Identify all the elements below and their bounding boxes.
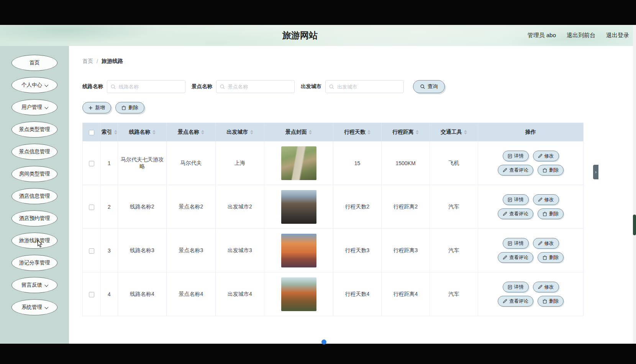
sidebar-item-system-management[interactable]: 系统管理: [11, 299, 57, 315]
delete-row-button-label: 删除: [549, 254, 559, 261]
detail-button[interactable]: 详情: [503, 282, 529, 292]
sidebar-item-spot-info-management[interactable]: 景点信息管理: [11, 144, 57, 160]
col-header-spot-name[interactable]: 景点名称: [167, 123, 216, 141]
sidebar-item-travel-notes-management[interactable]: 游记分享管理: [11, 255, 57, 271]
logout-link[interactable]: 退出登录: [606, 32, 629, 39]
detail-button[interactable]: 详情: [503, 238, 529, 249]
search-button[interactable]: 查询: [413, 80, 445, 93]
row-checkbox[interactable]: [89, 292, 94, 297]
delete-row-button[interactable]: 删除: [538, 208, 564, 219]
edit-button[interactable]: 修改: [533, 282, 559, 292]
pencil-icon: [538, 154, 543, 158]
cell-index: 4: [101, 272, 118, 316]
sidebar-item-hotel-booking-management[interactable]: 酒店预约管理: [11, 210, 57, 226]
trash-icon: [543, 255, 547, 260]
breadcrumb-home[interactable]: 首页: [82, 58, 93, 65]
delete-row-button[interactable]: 删除: [538, 296, 564, 307]
exit-to-front-link[interactable]: 退出到前台: [567, 32, 595, 39]
scrollbar-track[interactable]: [633, 25, 636, 344]
pencil-icon: [503, 212, 507, 216]
detail-button-label: 详情: [514, 153, 524, 159]
cell-distance: 行程距离2: [382, 185, 430, 229]
delete-row-button[interactable]: 删除: [538, 252, 564, 263]
sort-icons[interactable]: [464, 130, 467, 134]
scrollbar-thumb[interactable]: [633, 215, 636, 235]
sidebar-item-home[interactable]: 首页: [11, 55, 57, 71]
breadcrumb: 首页 / 旅游线路: [82, 58, 123, 65]
col-header-departure-city[interactable]: 出发城市: [216, 123, 264, 141]
sidebar-item-label: 系统管理: [21, 304, 42, 311]
sidebar-item-personal-center[interactable]: 个人中心: [11, 77, 57, 93]
edit-button[interactable]: 修改: [533, 194, 559, 205]
col-header-label: 行程天数: [344, 129, 366, 135]
add-button[interactable]: 新增: [82, 102, 111, 113]
delete-button[interactable]: 删除: [115, 102, 144, 113]
view-comments-button-label: 查看评论: [509, 254, 528, 261]
trash-icon: [543, 299, 547, 304]
add-button-label: 新增: [95, 104, 105, 111]
view-comments-button[interactable]: 查看评论: [498, 165, 533, 175]
sidebar-item-travel-route-management[interactable]: 旅游线路管理: [11, 233, 57, 249]
route-name-input[interactable]: [107, 80, 185, 93]
route-cover-image[interactable]: [281, 190, 316, 224]
cell-route-name: 线路名称2: [118, 185, 167, 229]
edit-button[interactable]: 修改: [533, 238, 559, 249]
main-content: 首页 / 旅游线路 线路名称 景点名称 出发城市 查询 新增: [69, 46, 636, 344]
sidebar-item-feedback[interactable]: 留言反馈: [11, 277, 57, 293]
sidebar-item-label: 旅游线路管理: [19, 237, 50, 244]
route-cover-image[interactable]: [281, 277, 316, 311]
row-checkbox[interactable]: [89, 248, 94, 254]
route-cover-image[interactable]: [281, 234, 316, 267]
table-row: 4 线路名称4 景点名称4 出发城市4 行程天数4 行程距离4 汽车 详情 修改: [83, 272, 584, 316]
col-header-route-name[interactable]: 线路名称: [118, 123, 167, 141]
drawer-toggle-handle[interactable]: ›: [593, 165, 598, 179]
cell-spot-name: 景点名称4: [167, 272, 216, 316]
row-checkbox[interactable]: [89, 205, 94, 210]
document-icon: [508, 154, 512, 159]
col-header-distance[interactable]: 行程距离: [382, 123, 430, 141]
departure-city-input[interactable]: [325, 80, 404, 93]
cell-operations: 详情 修改 查看评论 删除: [478, 272, 584, 316]
edit-button[interactable]: 修改: [533, 151, 559, 161]
cell-route-name: 线路名称4: [118, 272, 167, 316]
view-comments-button[interactable]: 查看评论: [498, 296, 533, 307]
view-comments-button[interactable]: 查看评论: [498, 208, 533, 219]
cell-index: 1: [101, 141, 118, 185]
row-checkbox[interactable]: [89, 161, 94, 166]
breadcrumb-current: 旅游线路: [102, 58, 123, 65]
select-all-checkbox[interactable]: [89, 130, 94, 135]
delete-row-button[interactable]: 删除: [538, 165, 564, 175]
sort-icons[interactable]: [367, 130, 370, 134]
sort-icons[interactable]: [250, 130, 253, 134]
sort-icons[interactable]: [114, 130, 117, 134]
pencil-icon: [503, 168, 507, 172]
sort-icons[interactable]: [201, 130, 204, 134]
col-header-operations: 操作: [478, 123, 584, 141]
sidebar-item-spot-type-management[interactable]: 景点类型管理: [11, 121, 57, 138]
detail-button[interactable]: 详情: [503, 194, 529, 205]
detail-button[interactable]: 详情: [503, 151, 529, 161]
route-cover-image[interactable]: [281, 146, 316, 180]
pencil-icon: [503, 299, 507, 303]
cell-spot-name: 马尔代夫: [167, 141, 216, 185]
col-header-cover[interactable]: 景点封面: [264, 123, 333, 141]
delete-button-label: 删除: [128, 104, 138, 111]
sort-icons[interactable]: [152, 130, 156, 134]
sidebar-item-label: 酒店预约管理: [19, 215, 50, 222]
col-header-index[interactable]: 索引: [101, 123, 118, 141]
toolbar: 新增 删除: [82, 102, 144, 113]
sidebar-item-hotel-info-management[interactable]: 酒店信息管理: [11, 188, 57, 204]
sidebar-item-user-management[interactable]: 用户管理: [11, 99, 57, 115]
chevron-right-icon: ›: [595, 169, 597, 175]
spot-name-input[interactable]: [216, 80, 295, 93]
sort-icons[interactable]: [309, 130, 312, 134]
view-comments-button[interactable]: 查看评论: [498, 252, 533, 263]
sort-icons[interactable]: [416, 130, 419, 134]
col-header-days[interactable]: 行程天数: [333, 123, 382, 141]
sidebar-item-label: 首页: [30, 59, 40, 66]
document-icon: [508, 285, 512, 290]
col-header-transport[interactable]: 交通工具: [430, 123, 478, 141]
sidebar-item-room-type-management[interactable]: 房间类型管理: [11, 166, 57, 182]
chevron-down-icon: [44, 283, 48, 287]
departure-city-label: 出发城市: [301, 83, 321, 90]
